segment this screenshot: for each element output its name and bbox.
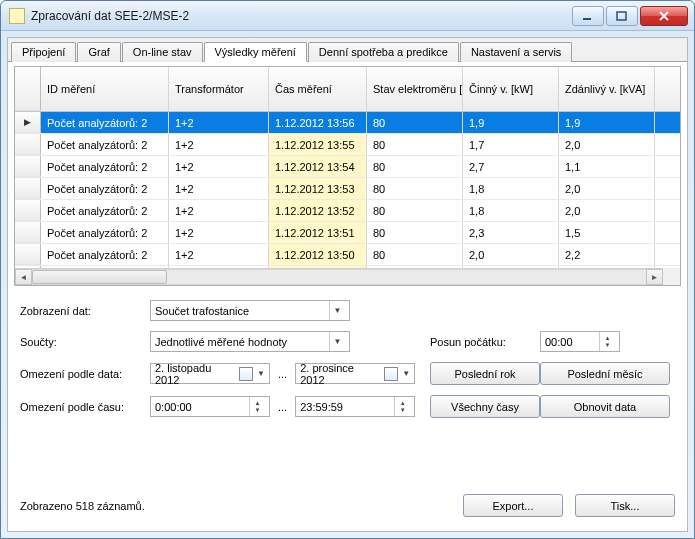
close-button[interactable] — [640, 6, 688, 26]
cell-apparent-power: 1,5 — [559, 222, 655, 243]
cell-time: 1.12.2012 13:54 — [269, 156, 367, 177]
time-from-input[interactable]: 0:00:00 ▲▼ — [150, 396, 270, 417]
titlebar[interactable]: Zpracování dat SEE-2/MSE-2 — [1, 1, 694, 31]
grid-body[interactable]: ▶Počet analyzátorů: 21+21.12.2012 13:568… — [15, 112, 680, 268]
cell-transformer: 1+2 — [169, 200, 269, 221]
cell-id: Počet analyzátorů: 2 — [41, 134, 169, 155]
time-from-value: 0:00:00 — [155, 401, 249, 413]
grid-header: ID měření Transformátor Čas měření Stav … — [15, 67, 680, 112]
display-combo[interactable]: Součet trafostanice ▼ — [150, 300, 350, 321]
refresh-button[interactable]: Obnovit data — [540, 395, 670, 418]
cell-time: 1.12.2012 13:55 — [269, 134, 367, 155]
row-header — [15, 222, 41, 243]
tab-nastaven-a-servis[interactable]: Nastavení a servis — [460, 42, 572, 62]
cell-meter-state: 80 — [367, 134, 463, 155]
status-text: Zobrazeno 518 záznamů. — [20, 500, 145, 512]
scroll-right-icon[interactable]: ► — [646, 269, 663, 285]
cell-apparent-power: 1,9 — [559, 112, 655, 133]
tabstrip: PřipojeníGrafOn-line stavVýsledky měření… — [8, 38, 687, 62]
cell-id: Počet analyzátorů: 2 — [41, 244, 169, 265]
table-row[interactable]: Počet analyzátorů: 21+21.12.2012 13:5480… — [15, 156, 680, 178]
row-header-corner — [15, 67, 41, 111]
print-button[interactable]: Tisk... — [575, 494, 675, 517]
cell-active-power: 1,8 — [463, 200, 559, 221]
scroll-corner — [663, 268, 680, 285]
cell-apparent-power: 2,0 — [559, 200, 655, 221]
cell-active-power: 2,3 — [463, 222, 559, 243]
spinner-icon[interactable]: ▲▼ — [249, 397, 265, 416]
minimize-button[interactable] — [572, 6, 604, 26]
all-times-button[interactable]: Všechny časy — [430, 395, 540, 418]
spinner-icon[interactable]: ▲▼ — [599, 332, 615, 351]
label-offset: Posun počátku: — [430, 336, 540, 348]
cell-meter-state: 80 — [367, 244, 463, 265]
display-value: Součet trafostanice — [155, 305, 249, 317]
label-date-limit: Omezení podle data: — [20, 368, 150, 380]
row-header — [15, 200, 41, 221]
table-row[interactable]: Počet analyzátorů: 21+21.12.2012 13:5180… — [15, 222, 680, 244]
chevron-down-icon: ▼ — [402, 369, 410, 378]
range-separator: ... — [276, 368, 289, 380]
col-active-power[interactable]: Činný v. [kW] — [463, 67, 559, 111]
date-from-input[interactable]: 2. listopadu 2012 ▼ — [150, 363, 270, 384]
tab-p-ipojen-[interactable]: Připojení — [11, 42, 76, 62]
date-from-value: 2. listopadu 2012 — [155, 362, 235, 386]
tab-denn-spot-eba-a-predikce[interactable]: Denní spotřeba a predikce — [308, 42, 459, 62]
col-apparent-power[interactable]: Zdánlivý v. [kVA] — [559, 67, 655, 111]
sums-combo[interactable]: Jednotlivé měřené hodnoty ▼ — [150, 331, 350, 352]
cell-id: Počet analyzátorů: 2 — [41, 200, 169, 221]
offset-input[interactable]: 00:00 ▲▼ — [540, 331, 620, 352]
cell-id: Počet analyzátorů: 2 — [41, 178, 169, 199]
data-grid[interactable]: ID měření Transformátor Čas měření Stav … — [14, 66, 681, 286]
table-row[interactable]: Počet analyzátorů: 21+21.12.2012 13:5080… — [15, 244, 680, 266]
last-month-button[interactable]: Poslední měsíc — [540, 362, 670, 385]
cell-apparent-power: 2,0 — [559, 178, 655, 199]
cell-id: Počet analyzátorů: 2 — [41, 156, 169, 177]
cell-active-power: 2,7 — [463, 156, 559, 177]
sums-value: Jednotlivé měřené hodnoty — [155, 336, 287, 348]
label-sums: Součty: — [20, 336, 150, 348]
tab-results-page: ID měření Transformátor Čas měření Stav … — [8, 62, 687, 531]
export-button[interactable]: Export... — [463, 494, 563, 517]
time-to-input[interactable]: 23:59:59 ▲▼ — [295, 396, 415, 417]
client-area: PřipojeníGrafOn-line stavVýsledky měření… — [7, 37, 688, 532]
svg-rect-0 — [583, 18, 591, 20]
chevron-down-icon: ▼ — [329, 301, 345, 320]
chevron-down-icon: ▼ — [257, 369, 265, 378]
table-row[interactable]: Počet analyzátorů: 21+21.12.2012 13:5580… — [15, 134, 680, 156]
maximize-button[interactable] — [606, 6, 638, 26]
col-time[interactable]: Čas měření — [269, 67, 367, 111]
col-id[interactable]: ID měření — [41, 67, 169, 111]
hscrollbar[interactable]: ◄ ► — [15, 268, 663, 285]
col-meter-state[interactable]: Stav elektroměru [kWh] — [367, 67, 463, 111]
cell-transformer: 1+2 — [169, 156, 269, 177]
cell-transformer: 1+2 — [169, 244, 269, 265]
cell-transformer: 1+2 — [169, 222, 269, 243]
scroll-track[interactable] — [32, 269, 646, 285]
cell-time: 1.12.2012 13:52 — [269, 200, 367, 221]
label-time-limit: Omezení podle času: — [20, 401, 150, 413]
cell-meter-state: 80 — [367, 156, 463, 177]
cell-meter-state: 80 — [367, 222, 463, 243]
tab-v-sledky-m-en-[interactable]: Výsledky měření — [204, 42, 307, 62]
table-row[interactable]: Počet analyzátorů: 21+21.12.2012 13:5380… — [15, 178, 680, 200]
row-header — [15, 178, 41, 199]
cell-time: 1.12.2012 13:51 — [269, 222, 367, 243]
cell-active-power: 1,9 — [463, 112, 559, 133]
tab-graf[interactable]: Graf — [77, 42, 120, 62]
scroll-left-icon[interactable]: ◄ — [15, 269, 32, 285]
cell-apparent-power: 2,2 — [559, 244, 655, 265]
last-year-button[interactable]: Poslední rok — [430, 362, 540, 385]
cell-active-power: 2,0 — [463, 244, 559, 265]
time-to-value: 23:59:59 — [300, 401, 394, 413]
tab-on-line-stav[interactable]: On-line stav — [122, 42, 203, 62]
spinner-icon[interactable]: ▲▼ — [394, 397, 410, 416]
date-to-input[interactable]: 2. prosince 2012 ▼ — [295, 363, 415, 384]
table-row[interactable]: Počet analyzátorů: 21+21.12.2012 13:5280… — [15, 200, 680, 222]
cell-meter-state: 80 — [367, 178, 463, 199]
app-icon — [9, 8, 25, 24]
scroll-thumb[interactable] — [32, 270, 167, 284]
table-row[interactable]: ▶Počet analyzátorů: 21+21.12.2012 13:568… — [15, 112, 680, 134]
col-transformer[interactable]: Transformátor — [169, 67, 269, 111]
row-header — [15, 134, 41, 155]
